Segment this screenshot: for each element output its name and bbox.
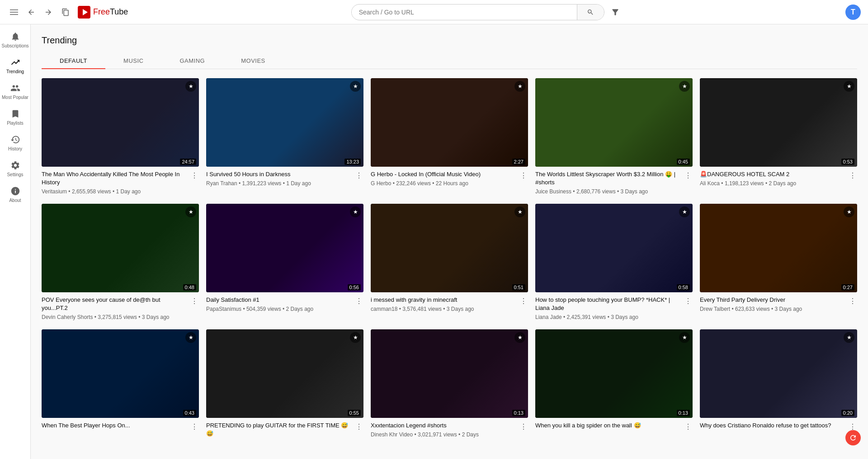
video-card[interactable]: 0:53 ★ 🚨DANGEROUS HOTEL SCAM 2 Ali Koca …: [700, 78, 857, 195]
video-text: G Herbo - Locked In (Official Music Vide…: [371, 170, 516, 187]
thumbnail: 0:43 ★: [42, 329, 199, 418]
trending-tabs: DEFAULT MUSIC GAMING MOVIES: [42, 53, 857, 69]
main-content: Trending DEFAULT MUSIC GAMING MOVIES 24:…: [31, 24, 868, 459]
favorite-star[interactable]: ★: [844, 206, 854, 217]
settings-icon: [10, 160, 20, 170]
sidebar-item-history[interactable]: History: [0, 131, 30, 155]
search-box: [351, 4, 604, 20]
video-title: G Herbo - Locked In (Official Music Vide…: [371, 170, 516, 178]
favorite-star[interactable]: ★: [350, 81, 361, 92]
thumbnail-bg: [535, 78, 693, 167]
topbar-right: T: [845, 5, 861, 20]
menu-button[interactable]: [7, 5, 21, 19]
video-card[interactable]: 0:13 ★ When you kill a big spider on the…: [535, 329, 693, 440]
favorite-star[interactable]: ★: [844, 81, 854, 92]
sidebar-item-most-popular[interactable]: Most Popular: [0, 80, 30, 103]
video-card[interactable]: 0:56 ★ Daily Satisfaction #1 PapaStanimu…: [206, 204, 363, 320]
sidebar-item-playlists[interactable]: Playlists: [0, 105, 30, 129]
more-options-button[interactable]: ⋮: [684, 297, 693, 306]
sidebar-label-subscriptions: Subscriptions: [1, 43, 28, 48]
copy-button[interactable]: [59, 5, 72, 19]
video-duration: 0:20: [841, 410, 854, 416]
video-info: When you kill a big spider on the wall 😅…: [535, 422, 693, 431]
thumbnail: 0:58 ★: [535, 204, 693, 292]
video-duration: 0:43: [183, 410, 196, 416]
notification-fab[interactable]: [845, 430, 861, 445]
video-card[interactable]: 0:20 ★ Why does Cristiano Ronaldo refuse…: [700, 329, 857, 440]
video-title: How to stop people touching your BUMP? *…: [535, 296, 681, 312]
topbar-left: FreeTube: [7, 5, 128, 19]
video-card[interactable]: 0:51 ★ i messed with gravity in minecraf…: [371, 204, 528, 320]
tab-music[interactable]: MUSIC: [105, 53, 161, 69]
video-title: When The Best Player Hops On...: [42, 422, 187, 430]
sidebar-item-trending[interactable]: Trending: [0, 54, 30, 78]
tab-gaming[interactable]: GAMING: [161, 53, 223, 69]
video-info: POV Everyone sees your cause of de@th bu…: [42, 296, 199, 320]
sidebar-item-subscriptions[interactable]: Subscriptions: [0, 28, 30, 52]
page-title: Trending: [42, 35, 857, 46]
filter-button[interactable]: [608, 4, 623, 20]
more-options-button[interactable]: ⋮: [519, 422, 528, 431]
more-options-button[interactable]: ⋮: [190, 297, 199, 306]
tab-movies[interactable]: MOVIES: [223, 53, 283, 69]
video-meta: camman18 • 3,576,481 views • 3 Days ago: [371, 306, 516, 312]
favorite-star[interactable]: ★: [514, 81, 525, 92]
video-card[interactable]: 13:23 ★ I Survived 50 Hours in Darkness …: [206, 78, 363, 195]
more-options-button[interactable]: ⋮: [354, 297, 363, 306]
video-title: I Survived 50 Hours in Darkness: [206, 170, 352, 178]
app-name: FreeTube: [93, 7, 128, 17]
thumbnail-bg: [535, 329, 693, 418]
search-button[interactable]: [577, 5, 604, 20]
favorite-star[interactable]: ★: [185, 206, 196, 217]
thumbnail-bg: [700, 78, 857, 167]
more-options-button[interactable]: ⋮: [354, 171, 363, 180]
history-icon: [10, 135, 20, 145]
more-options-button[interactable]: ⋮: [684, 171, 693, 180]
bell-icon: [10, 32, 20, 42]
more-options-button[interactable]: ⋮: [519, 297, 528, 306]
more-options-button[interactable]: ⋮: [848, 171, 857, 180]
thumbnail: 0:13 ★: [535, 329, 693, 418]
video-text: When The Best Player Hops On...: [42, 422, 187, 431]
video-card[interactable]: 0:27 ★ Every Third Party Delivery Driver…: [700, 204, 857, 320]
more-options-button[interactable]: ⋮: [354, 422, 363, 431]
video-card[interactable]: 2:27 ★ G Herbo - Locked In (Official Mus…: [371, 78, 528, 195]
video-meta: Liana Jade • 2,425,391 views • 3 Days ag…: [535, 314, 681, 320]
video-title: The Worlds Littlest Skyscraper Worth $3.…: [535, 170, 681, 187]
video-meta: Juice Business • 2,680,776 views • 3 Day…: [535, 188, 681, 195]
video-card[interactable]: 24:57 ★ The Man Who Accidentally Killed …: [42, 78, 199, 195]
back-button[interactable]: [24, 5, 38, 19]
video-card[interactable]: 0:45 ★ The Worlds Littlest Skyscraper Wo…: [535, 78, 693, 195]
video-info: 🚨DANGEROUS HOTEL SCAM 2 Ali Koca • 1,198…: [700, 170, 857, 187]
more-options-button[interactable]: ⋮: [190, 171, 199, 180]
favorite-star[interactable]: ★: [679, 206, 690, 217]
video-info: Why does Cristiano Ronaldo refuse to get…: [700, 422, 857, 431]
sidebar-item-about[interactable]: About: [0, 183, 30, 206]
tab-default[interactable]: DEFAULT: [42, 53, 105, 69]
search-input[interactable]: [352, 9, 577, 16]
video-card[interactable]: 0:58 ★ How to stop people touching your …: [535, 204, 693, 320]
video-card[interactable]: 0:13 ★ Xxxtentacion Legend #shorts Dines…: [371, 329, 528, 440]
more-options-button[interactable]: ⋮: [684, 422, 693, 431]
thumbnail: 0:13 ★: [371, 329, 528, 418]
avatar[interactable]: T: [845, 5, 861, 20]
video-card[interactable]: 0:55 ★ PRETENDING to play GUITAR for the…: [206, 329, 363, 440]
sidebar-label-history: History: [8, 146, 22, 151]
forward-button[interactable]: [42, 5, 55, 19]
video-grid: 24:57 ★ The Man Who Accidentally Killed …: [42, 78, 857, 440]
video-text: The Man Who Accidentally Killed The Most…: [42, 170, 187, 195]
more-options-button[interactable]: ⋮: [190, 422, 199, 431]
more-options-button[interactable]: ⋮: [848, 297, 857, 306]
favorite-star[interactable]: ★: [350, 206, 361, 217]
video-card[interactable]: 0:48 ★ POV Everyone sees your cause of d…: [42, 204, 199, 320]
video-card[interactable]: 0:43 ★ When The Best Player Hops On... ⋮: [42, 329, 199, 440]
favorite-star[interactable]: ★: [679, 81, 690, 92]
more-options-button[interactable]: ⋮: [519, 171, 528, 180]
video-text: Why does Cristiano Ronaldo refuse to get…: [700, 422, 845, 431]
sidebar-label-most-popular: Most Popular: [2, 95, 28, 100]
favorite-star[interactable]: ★: [185, 81, 196, 92]
thumbnail: 0:55 ★: [206, 329, 363, 418]
sidebar-item-settings[interactable]: Settings: [0, 157, 30, 181]
favorite-star[interactable]: ★: [514, 206, 525, 217]
thumbnail-bg: [42, 78, 199, 167]
